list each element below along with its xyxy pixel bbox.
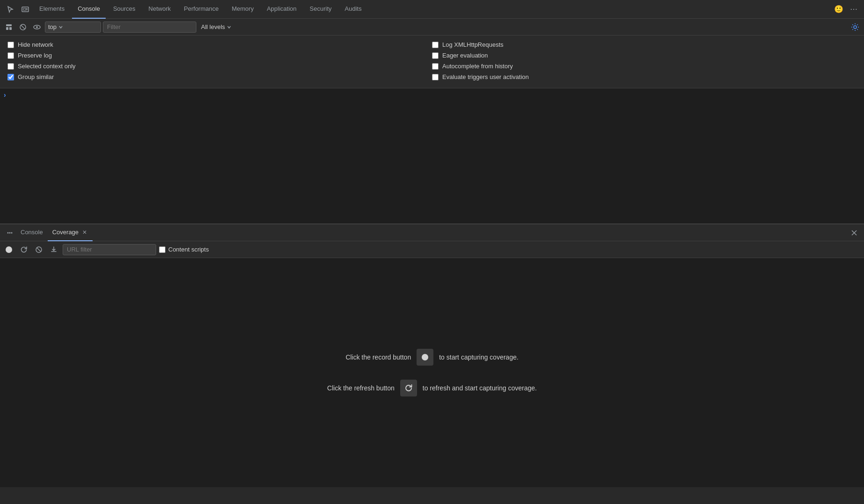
ellipsis-icon: ⋯: [850, 5, 858, 14]
levels-label: All levels: [201, 23, 225, 30]
svg-point-10: [36, 26, 38, 28]
setting-hide-network[interactable]: Hide network: [7, 39, 432, 50]
settings-grid: Hide network Preserve log Selected conte…: [7, 39, 857, 82]
eager-eval-checkbox[interactable]: [432, 52, 439, 59]
tab-security[interactable]: Security: [304, 0, 337, 19]
three-dots-icon: [6, 229, 14, 237]
svg-line-18: [37, 248, 41, 252]
instruction-record-prefix: Click the record button: [346, 353, 411, 361]
svg-rect-6: [9, 27, 12, 30]
device-toolbar-btn[interactable]: [19, 3, 32, 16]
content-scripts-checkbox-label[interactable]: Content scripts: [159, 246, 209, 253]
setting-group-similar[interactable]: Group similar: [7, 72, 432, 82]
export-coverage-btn[interactable]: [48, 244, 60, 256]
cursor-icon: [7, 6, 14, 13]
close-coverage-tab-btn[interactable]: ✕: [81, 229, 88, 236]
svg-rect-1: [23, 8, 26, 10]
close-drawer-btn[interactable]: [848, 227, 860, 239]
setting-preserve-log[interactable]: Preserve log: [7, 50, 432, 61]
setting-evaluate-triggers[interactable]: Evaluate triggers user activation: [432, 72, 857, 82]
drawer-tabs: Console Coverage ✕: [0, 224, 864, 241]
drawer-menu-btn[interactable]: [4, 227, 16, 239]
settings-icon-btn[interactable]: [849, 21, 861, 33]
svg-point-11: [854, 26, 857, 29]
content-scripts-checkbox[interactable]: [159, 246, 166, 253]
more-options-btn[interactable]: ⋯: [847, 3, 860, 16]
autocomplete-history-label: Autocomplete from history: [442, 63, 513, 70]
instruction-refresh-prefix: Click the refresh button: [327, 384, 395, 392]
drawer-tab-console[interactable]: Console: [16, 224, 48, 241]
tab-console[interactable]: Console: [72, 0, 106, 19]
evaluate-triggers-checkbox[interactable]: [432, 74, 439, 80]
selected-context-label: Selected context only: [18, 63, 76, 70]
filter-input[interactable]: [103, 22, 196, 33]
download-icon: [50, 246, 58, 253]
tab-memory[interactable]: Memory: [226, 0, 259, 19]
tab-application[interactable]: Application: [261, 0, 302, 19]
drawer-tab-coverage[interactable]: Coverage ✕: [48, 224, 93, 241]
setting-eager-eval[interactable]: Eager evaluation: [432, 50, 857, 61]
settings-left-col: Hide network Preserve log Selected conte…: [7, 39, 432, 82]
url-filter-input[interactable]: [63, 244, 156, 255]
console-toolbar: top All levels: [0, 19, 864, 36]
clear-console-btn[interactable]: [17, 21, 29, 33]
svg-point-14: [11, 232, 13, 233]
preserve-log-checkbox[interactable]: [7, 52, 14, 59]
autocomplete-history-checkbox[interactable]: [432, 63, 439, 70]
coverage-toolbar: Content scripts: [0, 241, 864, 258]
svg-rect-5: [6, 27, 8, 30]
content-scripts-text: Content scripts: [168, 246, 209, 253]
chevron-down-icon: [58, 25, 63, 29]
svg-rect-3: [26, 10, 28, 10]
smiley-icon-btn[interactable]: 🙂: [832, 3, 845, 16]
tab-network[interactable]: Network: [143, 0, 177, 19]
record-coverage-btn[interactable]: [3, 244, 15, 256]
nav-right-icons: 🙂 ⋯: [832, 3, 860, 16]
console-input[interactable]: [9, 92, 860, 99]
settings-right-col: Log XMLHttpRequests Eager evaluation Aut…: [432, 39, 857, 82]
context-selector[interactable]: top: [45, 22, 101, 33]
show-console-btn[interactable]: [3, 21, 15, 33]
eye-icon-btn[interactable]: [31, 21, 43, 33]
levels-dropdown[interactable]: All levels: [198, 22, 234, 33]
tab-performance[interactable]: Performance: [178, 0, 224, 19]
group-similar-checkbox[interactable]: [7, 74, 14, 80]
cursor-icon-btn[interactable]: [4, 3, 17, 16]
record-dot-icon: [6, 246, 12, 253]
bottom-drawer: Console Coverage ✕: [0, 224, 864, 487]
chevron-down-icon: [227, 25, 231, 29]
tab-sources[interactable]: Sources: [108, 0, 141, 19]
coverage-instruction-refresh: Click the refresh button to refresh and …: [327, 380, 537, 396]
svg-rect-0: [22, 7, 29, 12]
instruction-refresh-suffix: to refresh and start capturing coverage.: [423, 384, 537, 392]
clear-coverage-btn[interactable]: [33, 244, 45, 256]
svg-rect-4: [6, 24, 12, 26]
selected-context-checkbox[interactable]: [7, 63, 14, 70]
setting-autocomplete-history[interactable]: Autocomplete from history: [432, 61, 857, 72]
group-similar-label: Group similar: [18, 73, 54, 80]
close-icon: [850, 229, 858, 237]
tab-elements[interactable]: Elements: [34, 0, 70, 19]
svg-rect-2: [26, 8, 28, 9]
setting-log-xmlhttp[interactable]: Log XMLHttpRequests: [432, 39, 857, 50]
coverage-empty-state: Click the record button to start capturi…: [0, 258, 864, 487]
svg-point-13: [9, 232, 11, 233]
tab-audits[interactable]: Audits: [339, 0, 367, 19]
reload-coverage-btn[interactable]: [18, 244, 30, 256]
block-icon: [19, 23, 27, 31]
svg-line-8: [21, 25, 25, 29]
hide-network-checkbox[interactable]: [7, 42, 14, 48]
drawer-coverage-label: Coverage: [52, 229, 79, 236]
settings-panel: Hide network Preserve log Selected conte…: [0, 36, 864, 88]
eager-eval-label: Eager evaluation: [442, 52, 488, 59]
evaluate-triggers-label: Evaluate triggers user activation: [442, 73, 529, 80]
record-icon-bubble: [417, 349, 433, 366]
log-xmlhttp-checkbox[interactable]: [432, 42, 439, 48]
console-prompt-line[interactable]: ›: [0, 90, 864, 100]
refresh-icon: [20, 246, 28, 253]
svg-point-12: [7, 232, 9, 233]
preserve-log-label: Preserve log: [18, 52, 52, 59]
device-icon: [22, 6, 29, 13]
instruction-record-suffix: to start capturing coverage.: [439, 353, 518, 361]
setting-selected-context[interactable]: Selected context only: [7, 61, 432, 72]
